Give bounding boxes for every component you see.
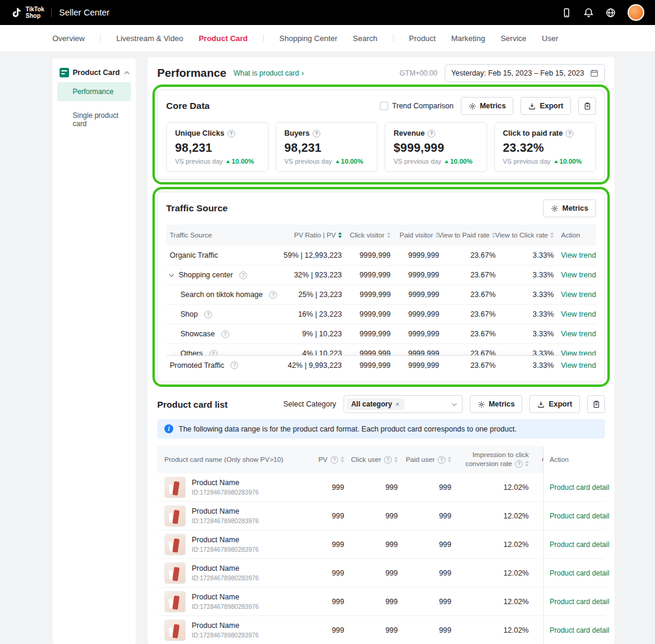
paid-user-value: 999 bbox=[403, 598, 456, 606]
view-trend-link[interactable]: View trend bbox=[561, 330, 596, 338]
product-card-detail-link[interactable]: Product card detail bbox=[550, 540, 609, 549]
nav-item-overview[interactable]: Overview bbox=[52, 34, 85, 43]
help-icon[interactable]: ? bbox=[428, 130, 435, 137]
metrics-button[interactable]: Metrics bbox=[470, 395, 523, 413]
mobile-icon[interactable] bbox=[562, 8, 572, 18]
globe-icon[interactable] bbox=[606, 8, 616, 18]
pv-value: 999 bbox=[304, 598, 349, 606]
sort-icon[interactable] bbox=[525, 461, 529, 467]
help-icon[interactable]: ? bbox=[239, 271, 247, 279]
divider bbox=[263, 35, 264, 42]
help-icon[interactable]: ? bbox=[204, 311, 212, 318]
select-category-label: Select Category bbox=[283, 400, 336, 408]
bell-icon[interactable] bbox=[584, 8, 594, 18]
clipboard-button[interactable] bbox=[578, 97, 596, 115]
download-icon bbox=[537, 401, 545, 408]
metric-card-click-to-paid-rate: Click to paid rate? 23.32% VS previous d… bbox=[494, 122, 597, 172]
paid-user-value: 999 bbox=[403, 569, 456, 577]
product-name: Product Name bbox=[192, 564, 259, 573]
help-icon[interactable]: ? bbox=[384, 456, 392, 464]
conversion-rate-value: 12.02% bbox=[456, 626, 534, 634]
product-card-detail-link[interactable]: Product card detail bbox=[550, 512, 609, 520]
nav-item-search[interactable]: Search bbox=[353, 34, 378, 43]
nav-item-product[interactable]: Product bbox=[409, 34, 436, 43]
avatar[interactable] bbox=[628, 4, 644, 21]
top-bar: TikTok Shop Seller Center bbox=[0, 0, 655, 25]
trend-comparison-toggle[interactable]: Trend Comparison bbox=[380, 102, 454, 110]
chevron-up-icon bbox=[124, 71, 129, 76]
product-card-detail-link[interactable]: Product card detail bbox=[550, 569, 609, 577]
help-icon[interactable]: ? bbox=[330, 456, 338, 464]
close-icon[interactable]: × bbox=[395, 401, 399, 408]
sort-icon[interactable] bbox=[338, 232, 342, 238]
collapse-chevron-icon[interactable] bbox=[169, 271, 174, 276]
product-card-detail-link[interactable]: Product card detail bbox=[550, 626, 609, 634]
sidebar-section-product-card[interactable]: Product Card bbox=[57, 68, 131, 77]
help-icon[interactable]: ? bbox=[438, 456, 445, 464]
help-icon[interactable]: ? bbox=[227, 130, 235, 137]
column-click-visitor: Click visitor bbox=[350, 232, 384, 239]
nav-item-livestream-video[interactable]: Livestream & Video bbox=[116, 34, 183, 43]
product-row: Product NameID:17284678980283976 999 999… bbox=[157, 473, 605, 502]
paid-visitor-value: 9999,999 bbox=[394, 310, 443, 318]
info-banner-text: The following data range is for the prod… bbox=[179, 425, 517, 433]
metrics-button[interactable]: Metrics bbox=[543, 199, 596, 217]
tiktok-shop-logo[interactable]: TikTok Shop bbox=[11, 6, 44, 19]
view-trend-link[interactable]: View trend bbox=[561, 271, 596, 279]
view-trend-link[interactable]: View trend bbox=[561, 290, 596, 299]
view-trend-link[interactable]: View trend bbox=[561, 310, 596, 318]
clipboard-button[interactable] bbox=[587, 395, 605, 413]
trend-comparison-checkbox[interactable] bbox=[380, 102, 388, 110]
sort-icon[interactable] bbox=[448, 457, 451, 462]
trend-comparison-label: Trend Comparison bbox=[392, 102, 454, 110]
click-visitor-value: 9999,999 bbox=[345, 330, 394, 338]
pv-value: 999 bbox=[304, 626, 349, 634]
column-click-user: Click user bbox=[351, 456, 381, 463]
product-name: Product Name bbox=[192, 507, 259, 515]
view-trend-link[interactable]: View trend bbox=[561, 361, 596, 370]
sidebar-item-single-product-card[interactable]: Single product card bbox=[57, 106, 131, 133]
click-visitor-value: 9999,999 bbox=[345, 310, 394, 318]
nav-item-marketing[interactable]: Marketing bbox=[451, 34, 485, 43]
help-icon[interactable]: ? bbox=[230, 361, 238, 369]
traffic-source-name: Shop bbox=[180, 310, 198, 318]
sort-icon[interactable] bbox=[550, 232, 554, 238]
sort-icon[interactable] bbox=[341, 457, 344, 462]
help-icon[interactable]: ? bbox=[269, 291, 277, 299]
help-icon[interactable]: ? bbox=[566, 130, 573, 137]
nav-item-product-card[interactable]: Product Card bbox=[199, 34, 248, 43]
metric-value: 23.32% bbox=[503, 141, 588, 155]
click-user-value: 999 bbox=[349, 483, 403, 492]
view-trend-link[interactable]: View trend bbox=[561, 251, 596, 260]
product-id: ID:17284678980283976 bbox=[192, 574, 259, 582]
help-icon[interactable]: ? bbox=[515, 460, 523, 468]
product-id: ID:17284678980283976 bbox=[192, 546, 259, 553]
nav-item-shopping-center[interactable]: Shopping Center bbox=[279, 34, 338, 43]
view-to-paid-value: 23.67% bbox=[443, 251, 500, 260]
traffic-source-title: Traffic Source bbox=[166, 203, 227, 214]
view-to-click-value: 3.33% bbox=[499, 290, 557, 299]
traffic-source-name: Organic Traffic bbox=[170, 251, 218, 260]
sidebar-item-performance[interactable]: Performance bbox=[57, 82, 131, 101]
divider bbox=[393, 35, 394, 42]
view-to-paid-value: 23.67% bbox=[443, 271, 500, 279]
product-card-detail-link[interactable]: Product card detail bbox=[550, 598, 609, 606]
date-range-picker[interactable]: Yesterday: Feb 15, 2023 – Feb 15, 2023 bbox=[445, 64, 605, 82]
product-card-detail-link[interactable]: Product card detail bbox=[550, 483, 609, 492]
divider bbox=[51, 8, 52, 17]
help-icon[interactable]: ? bbox=[222, 330, 229, 338]
export-button[interactable]: Export bbox=[520, 97, 571, 115]
export-button[interactable]: Export bbox=[529, 395, 580, 413]
nav-item-user[interactable]: User bbox=[542, 34, 558, 43]
what-is-product-card-link[interactable]: What is product card › bbox=[233, 69, 304, 77]
metrics-button[interactable]: Metrics bbox=[461, 97, 514, 115]
nav-item-service[interactable]: Service bbox=[501, 34, 526, 43]
sort-icon[interactable] bbox=[394, 457, 398, 462]
calendar-icon bbox=[590, 69, 598, 77]
help-icon[interactable]: ? bbox=[313, 130, 320, 137]
sort-icon[interactable] bbox=[387, 232, 391, 238]
category-select[interactable]: All category × bbox=[344, 395, 463, 413]
click-user-value: 999 bbox=[349, 512, 403, 520]
chevron-right-icon: › bbox=[301, 69, 304, 77]
column-paid-visitor: Paid visitor bbox=[400, 232, 433, 239]
